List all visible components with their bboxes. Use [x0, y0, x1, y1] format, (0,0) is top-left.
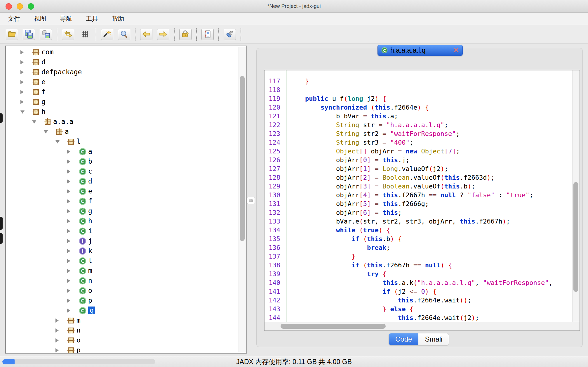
- editor-horizontal-scrollbar[interactable]: [265, 322, 580, 330]
- tree-item-a[interactable]: a: [6, 127, 239, 137]
- code-view-button[interactable]: Code: [389, 333, 418, 345]
- tree-item-q[interactable]: Cq: [6, 306, 239, 316]
- expand-arrow-icon[interactable]: [20, 100, 24, 104]
- tree-item-c[interactable]: Cc: [6, 167, 239, 176]
- expand-arrow-icon[interactable]: [20, 50, 24, 54]
- expand-arrow-icon[interactable]: [67, 279, 70, 283]
- tree-item-i[interactable]: Ci: [6, 226, 239, 236]
- expand-arrow-icon[interactable]: [55, 338, 59, 342]
- lock-edit-button[interactable]: [179, 29, 192, 40]
- tree-item-f[interactable]: Cf: [6, 196, 239, 206]
- tree-item-p[interactable]: p: [6, 345, 239, 353]
- code-line: while (true) {: [290, 226, 572, 235]
- title-bar[interactable]: *New Project - jadx-gui: [0, 0, 588, 13]
- collapse-arrow-icon[interactable]: [20, 110, 25, 114]
- tree-scrollbar-thumb[interactable]: [240, 76, 245, 241]
- back-button[interactable]: [140, 29, 152, 40]
- save-all-button[interactable]: [23, 29, 35, 40]
- expand-arrow-icon[interactable]: [67, 249, 70, 253]
- expand-arrow-icon[interactable]: [55, 318, 59, 323]
- collapse-arrow-icon[interactable]: [32, 120, 36, 124]
- expand-arrow-icon[interactable]: [67, 239, 70, 243]
- tree-item-o[interactable]: Co: [6, 286, 239, 296]
- tree-item-d[interactable]: d: [6, 57, 239, 67]
- open-folder-button[interactable]: [6, 29, 18, 40]
- expand-arrow-icon[interactable]: [20, 90, 24, 94]
- tree-item-l[interactable]: l: [6, 137, 239, 147]
- menu-file[interactable]: 文件: [8, 15, 20, 23]
- expand-arrow-icon[interactable]: [67, 209, 70, 213]
- expand-arrow-icon[interactable]: [55, 328, 59, 333]
- svg-text:C: C: [81, 179, 84, 184]
- save-project-button[interactable]: [40, 29, 52, 40]
- log-viewer-button[interactable]: [201, 29, 214, 40]
- search-button[interactable]: [118, 29, 130, 40]
- tree-item-a.a.a[interactable]: a.a.a: [6, 117, 239, 127]
- expand-arrow-icon[interactable]: [67, 169, 70, 174]
- expand-arrow-icon[interactable]: [67, 189, 70, 193]
- collapse-arrow-icon[interactable]: [44, 130, 48, 134]
- menu-help[interactable]: 帮助: [112, 15, 124, 23]
- expand-arrow-icon[interactable]: [67, 150, 70, 154]
- menu-view[interactable]: 视图: [34, 15, 46, 23]
- expand-arrow-icon[interactable]: [67, 219, 70, 223]
- tab-class[interactable]: C h.a.a.a.a.l.q ✕: [377, 45, 463, 56]
- expand-arrow-icon[interactable]: [67, 179, 70, 184]
- expand-arrow-icon[interactable]: [67, 269, 70, 273]
- tree-item-n[interactable]: n: [6, 326, 239, 335]
- package-icon: [67, 138, 75, 146]
- tree-item-g[interactable]: g: [6, 97, 239, 107]
- expand-arrow-icon[interactable]: [67, 229, 70, 233]
- expand-arrow-icon[interactable]: [67, 289, 70, 293]
- tree-item-f[interactable]: f: [6, 87, 239, 97]
- expand-arrow-icon[interactable]: [55, 348, 59, 352]
- menu-tools[interactable]: 工具: [86, 15, 98, 23]
- editor-vertical-scrollbar[interactable]: [572, 70, 580, 322]
- tree-item-m[interactable]: Cm: [6, 266, 239, 276]
- tree-item-a[interactable]: Ca: [6, 147, 239, 157]
- expand-arrow-icon[interactable]: [20, 80, 24, 84]
- collapse-arrow-icon[interactable]: [55, 140, 60, 143]
- tree-item-d[interactable]: Cd: [6, 176, 239, 186]
- expand-arrow-icon[interactable]: [67, 299, 70, 303]
- tree-item-j[interactable]: Ij: [6, 236, 239, 246]
- expand-arrow-icon[interactable]: [20, 60, 24, 64]
- deobfuscation-button[interactable]: [101, 29, 113, 40]
- preferences-button[interactable]: [224, 29, 236, 40]
- expand-arrow-icon[interactable]: [67, 259, 70, 263]
- tree-scrollbar[interactable]: [239, 47, 246, 352]
- splitter-handle[interactable]: [247, 197, 255, 204]
- tree-item-com[interactable]: com: [6, 47, 239, 57]
- tree-item-e[interactable]: Ce: [6, 186, 239, 196]
- toolbar-separator: [218, 28, 219, 41]
- tree-item-k[interactable]: Ik: [6, 246, 239, 256]
- forward-button[interactable]: [157, 29, 169, 40]
- tree-item-defpackage[interactable]: defpackage: [6, 67, 239, 77]
- tree-item-e[interactable]: e: [6, 77, 239, 87]
- flatten-packages-button[interactable]: [79, 29, 91, 40]
- expand-arrow-icon[interactable]: [67, 160, 70, 164]
- tree-item-h[interactable]: h: [6, 107, 239, 117]
- sync-button[interactable]: [62, 29, 74, 40]
- tree-item-l[interactable]: Cl: [6, 256, 239, 266]
- tree-item-n[interactable]: Cn: [6, 276, 239, 286]
- smali-view-button[interactable]: Smali: [418, 333, 449, 345]
- expand-arrow-icon[interactable]: [67, 309, 70, 313]
- expand-arrow-icon[interactable]: [20, 70, 24, 74]
- expand-arrow-icon[interactable]: [67, 199, 70, 203]
- code-editor[interactable]: 1171181191201211221231241251261271281291…: [264, 70, 580, 331]
- menu-navigation[interactable]: 导航: [60, 15, 72, 23]
- tree-item-p[interactable]: Cp: [6, 296, 239, 306]
- svg-text:C: C: [81, 278, 84, 284]
- tree-item-g[interactable]: Cg: [6, 206, 239, 216]
- close-icon[interactable]: ✕: [453, 47, 459, 54]
- tree-item-m[interactable]: m: [6, 316, 239, 326]
- editor-hscroll-thumb[interactable]: [281, 324, 386, 329]
- tree-item-o[interactable]: o: [6, 335, 239, 345]
- open-folder-icon: [8, 30, 16, 39]
- svg-text:C: C: [81, 219, 84, 224]
- code-line: if (this.b) {: [290, 235, 572, 243]
- editor-vscroll-thumb[interactable]: [573, 182, 578, 292]
- tree-item-h[interactable]: Ch: [6, 216, 239, 226]
- tree-item-b[interactable]: Cb: [6, 157, 239, 167]
